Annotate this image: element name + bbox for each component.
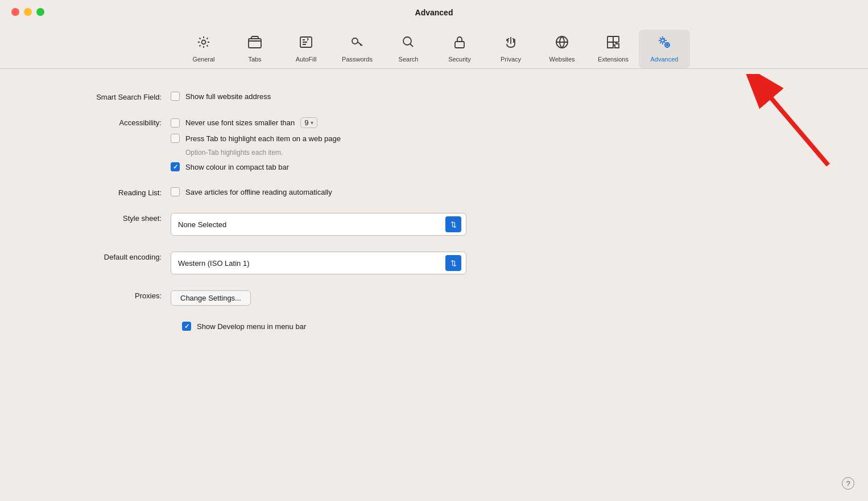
tab-tabs[interactable]: Tabs — [229, 30, 280, 68]
tab-privacy[interactable]: Privacy — [485, 30, 536, 68]
gear-icon — [196, 34, 212, 52]
save-articles-checkbox[interactable] — [171, 187, 180, 196]
reading-list-controls: Save articles for offline reading automa… — [171, 187, 332, 196]
window-controls — [11, 8, 44, 16]
smart-search-controls: Show full website address — [171, 92, 271, 101]
font-size-value: 9 — [304, 118, 308, 127]
help-button[interactable]: ? — [842, 477, 854, 490]
close-button[interactable] — [11, 8, 19, 16]
accessibility-label: Accessibility: — [34, 117, 171, 127]
svg-rect-7 — [607, 36, 613, 42]
save-articles-row: Save articles for offline reading automa… — [171, 187, 332, 196]
press-tab-row: Press Tab to highlight each item on a we… — [171, 134, 341, 143]
svg-rect-8 — [613, 36, 619, 42]
proxies-controls: Change Settings... — [171, 290, 251, 306]
save-articles-label: Save articles for offline reading automa… — [185, 188, 332, 196]
style-sheet-label: Style sheet: — [34, 213, 171, 223]
encoding-select[interactable]: Western (ISO Latin 1) ⇅ — [171, 252, 466, 274]
press-tab-checkbox[interactable] — [171, 134, 180, 143]
settings-content: Smart Search Field: Show full website ad… — [0, 69, 868, 369]
develop-menu-label: Show Develop menu in menu bar — [197, 322, 306, 331]
encoding-dropdown-row: Western (ISO Latin 1) ⇅ — [171, 252, 466, 274]
window: Advanced General Tabs — [0, 0, 868, 501]
svg-point-10 — [665, 43, 669, 47]
tab-websites[interactable]: Websites — [536, 30, 588, 68]
encoding-value: Western (ISO Latin 1) — [178, 259, 249, 268]
develop-menu-checkbox[interactable] — [182, 322, 191, 331]
tab-security-label: Security — [448, 56, 471, 63]
tab-general-label: General — [192, 56, 214, 63]
tab-security[interactable]: Security — [434, 30, 485, 68]
proxies-row: Proxies: Change Settings... — [34, 290, 834, 306]
reading-list-row: Reading List: Save articles for offline … — [34, 187, 834, 197]
minimize-button[interactable] — [24, 8, 32, 16]
tab-passwords[interactable]: Passwords — [332, 30, 383, 68]
encoding-row: Default encoding: Western (ISO Latin 1) … — [34, 252, 834, 274]
search-icon — [400, 34, 416, 52]
tab-autofill-label: AutoFill — [296, 56, 317, 63]
encoding-controls: Western (ISO Latin 1) ⇅ — [171, 252, 466, 274]
font-size-dropdown[interactable]: 9 ▾ — [300, 117, 317, 128]
encoding-arrow: ⇅ — [445, 255, 461, 271]
reading-list-label: Reading List: — [34, 187, 171, 197]
encoding-arrow-icon: ⇅ — [450, 260, 457, 267]
tab-tabs-label: Tabs — [248, 56, 261, 63]
hand-icon — [503, 34, 519, 52]
puzzle-icon — [605, 34, 621, 52]
style-sheet-row: Style sheet: None Selected ⇅ — [34, 213, 834, 236]
globe-icon — [554, 34, 570, 52]
advanced-gear-icon — [656, 34, 672, 52]
accessibility-row: Accessibility: Never use font sizes smal… — [34, 117, 834, 171]
develop-menu-checkbox-row: Show Develop menu in menu bar — [182, 322, 306, 331]
font-size-checkbox[interactable] — [171, 118, 180, 128]
show-colour-label: Show colour in compact tab bar — [185, 163, 289, 171]
tab-privacy-label: Privacy — [501, 56, 521, 63]
svg-point-0 — [202, 40, 206, 44]
tab-passwords-label: Passwords — [342, 56, 373, 63]
show-full-address-row: Show full website address — [171, 92, 271, 101]
lock-icon — [452, 34, 468, 52]
smart-search-label: Smart Search Field: — [34, 92, 171, 101]
toolbar: General Tabs AutoFill — [0, 25, 868, 69]
tab-general[interactable]: General — [178, 30, 229, 68]
tab-search[interactable]: Search — [383, 30, 434, 68]
tab-advanced[interactable]: Advanced — [639, 30, 690, 68]
maximize-button[interactable] — [36, 8, 44, 16]
font-size-chevron: ▾ — [311, 120, 313, 126]
autofill-icon — [298, 34, 314, 52]
tab-advanced-label: Advanced — [651, 56, 679, 63]
tab-extensions-label: Extensions — [598, 56, 629, 63]
font-size-label: Never use font sizes smaller than — [185, 118, 295, 127]
style-sheet-arrow-icon: ⇅ — [450, 221, 457, 228]
develop-menu-row: Show Develop menu in menu bar — [182, 322, 834, 331]
option-tab-hint: Option-Tab highlights each item. — [185, 149, 341, 157]
style-sheet-select[interactable]: None Selected ⇅ — [171, 213, 466, 236]
show-full-address-label: Show full website address — [185, 92, 271, 101]
tab-extensions[interactable]: Extensions — [588, 30, 639, 68]
svg-rect-5 — [455, 42, 464, 48]
tab-search-label: Search — [399, 56, 419, 63]
tab-websites-label: Websites — [549, 56, 574, 63]
window-title: Advanced — [415, 8, 453, 17]
tab-autofill[interactable]: AutoFill — [280, 30, 332, 68]
show-full-address-checkbox[interactable] — [171, 92, 180, 101]
svg-point-11 — [667, 44, 668, 46]
style-sheet-value: None Selected — [178, 220, 226, 229]
style-sheet-arrow: ⇅ — [445, 216, 461, 232]
style-sheet-controls: None Selected ⇅ — [171, 213, 466, 236]
tabs-icon — [247, 34, 263, 52]
show-colour-checkbox[interactable] — [171, 162, 180, 171]
press-tab-label: Press Tab to highlight each item on a we… — [185, 134, 341, 143]
smart-search-row: Smart Search Field: Show full website ad… — [34, 92, 834, 101]
develop-menu-controls: Show Develop menu in menu bar — [182, 322, 306, 331]
proxies-change-button[interactable]: Change Settings... — [171, 290, 251, 306]
titlebar: Advanced — [0, 0, 868, 25]
key-icon — [349, 34, 365, 52]
font-size-row: Never use font sizes smaller than 9 ▾ — [171, 117, 341, 128]
svg-point-3 — [352, 38, 358, 44]
show-colour-row: Show colour in compact tab bar — [171, 162, 341, 171]
svg-rect-1 — [249, 39, 261, 48]
accessibility-controls: Never use font sizes smaller than 9 ▾ Pr… — [171, 117, 341, 171]
style-sheet-dropdown-row: None Selected ⇅ — [171, 213, 466, 236]
svg-point-4 — [403, 37, 411, 45]
